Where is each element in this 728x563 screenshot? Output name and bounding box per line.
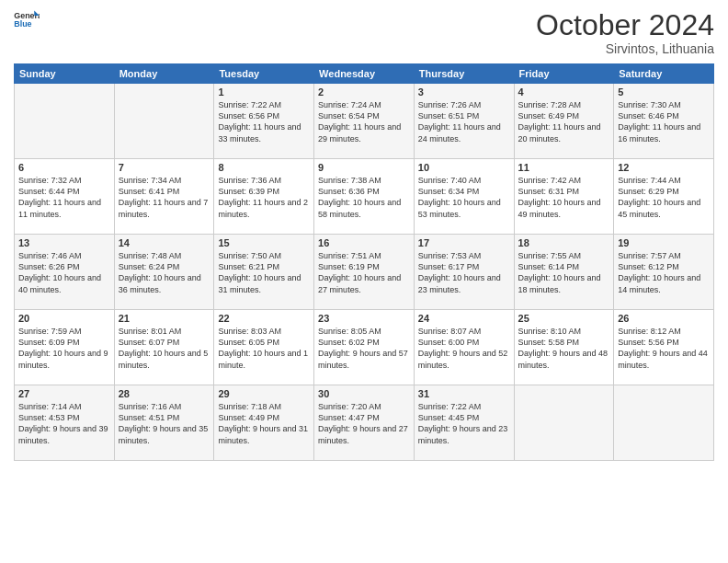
day-number: 2 [318,86,410,98]
day-number: 10 [418,162,510,173]
day-info: Sunrise: 7:44 AMSunset: 6:29 PMDaylight:… [618,175,710,220]
day-info: Sunrise: 8:07 AMSunset: 6:00 PMDaylight:… [418,326,510,371]
calendar-cell [514,385,614,461]
calendar-cell: 29Sunrise: 7:18 AMSunset: 4:49 PMDayligh… [214,385,314,461]
day-info: Sunrise: 7:22 AMSunset: 6:56 PMDaylight:… [218,99,310,144]
weekday-header-monday: Monday [114,64,214,84]
day-number: 4 [518,86,610,98]
calendar-cell: 21Sunrise: 8:01 AMSunset: 6:07 PMDayligh… [114,310,214,385]
weekday-header-tuesday: Tuesday [214,64,314,84]
calendar-cell: 8Sunrise: 7:36 AMSunset: 6:39 PMDaylight… [214,159,314,235]
day-info: Sunrise: 7:53 AMSunset: 6:17 PMDaylight:… [418,250,510,295]
calendar-cell [614,385,714,461]
day-info: Sunrise: 7:24 AMSunset: 6:54 PMDaylight:… [318,99,410,144]
calendar-week-row: 6Sunrise: 7:32 AMSunset: 6:44 PMDaylight… [15,159,714,235]
day-info: Sunrise: 7:32 AMSunset: 6:44 PMDaylight:… [18,175,110,220]
day-number: 7 [119,162,210,173]
day-number: 12 [618,162,710,173]
calendar-cell: 17Sunrise: 7:53 AMSunset: 6:17 PMDayligh… [414,235,514,310]
day-number: 16 [318,237,410,248]
calendar-cell: 31Sunrise: 7:22 AMSunset: 4:45 PMDayligh… [414,385,514,461]
day-info: Sunrise: 8:05 AMSunset: 6:02 PMDaylight:… [318,326,410,371]
day-number: 22 [218,313,310,324]
calendar-cell: 14Sunrise: 7:48 AMSunset: 6:24 PMDayligh… [114,235,214,310]
calendar-cell: 28Sunrise: 7:16 AMSunset: 4:51 PMDayligh… [114,385,214,461]
weekday-header-friday: Friday [514,64,614,84]
day-info: Sunrise: 7:20 AMSunset: 4:47 PMDaylight:… [318,401,410,446]
calendar-cell: 9Sunrise: 7:38 AMSunset: 6:36 PMDaylight… [314,159,415,235]
calendar-week-row: 1Sunrise: 7:22 AMSunset: 6:56 PMDaylight… [15,84,714,159]
calendar-table: SundayMondayTuesdayWednesdayThursdayFrid… [14,63,714,461]
logo-icon: General Blue [14,9,40,29]
day-number: 1 [218,86,310,98]
calendar-week-row: 20Sunrise: 7:59 AMSunset: 6:09 PMDayligh… [15,310,714,385]
day-info: Sunrise: 7:48 AMSunset: 6:24 PMDaylight:… [119,250,210,295]
logo: General Blue [14,9,40,29]
calendar-cell [114,84,214,159]
calendar-body: 1Sunrise: 7:22 AMSunset: 6:56 PMDaylight… [15,84,714,461]
day-number: 3 [418,86,510,98]
calendar-cell: 2Sunrise: 7:24 AMSunset: 6:54 PMDaylight… [314,84,415,159]
calendar-cell: 22Sunrise: 8:03 AMSunset: 6:05 PMDayligh… [214,310,314,385]
day-info: Sunrise: 7:18 AMSunset: 4:49 PMDaylight:… [218,401,310,446]
day-number: 23 [318,313,410,324]
day-number: 19 [618,237,710,248]
weekday-header-saturday: Saturday [614,64,714,84]
calendar-cell: 3Sunrise: 7:26 AMSunset: 6:51 PMDaylight… [414,84,514,159]
day-number: 25 [518,313,610,324]
day-info: Sunrise: 7:51 AMSunset: 6:19 PMDaylight:… [318,250,410,295]
calendar-cell: 4Sunrise: 7:28 AMSunset: 6:49 PMDaylight… [514,84,614,159]
day-info: Sunrise: 7:26 AMSunset: 6:51 PMDaylight:… [418,99,510,144]
day-info: Sunrise: 8:03 AMSunset: 6:05 PMDaylight:… [218,326,310,371]
calendar-cell: 5Sunrise: 7:30 AMSunset: 6:46 PMDaylight… [614,84,714,159]
day-number: 14 [119,237,210,248]
day-info: Sunrise: 8:10 AMSunset: 5:58 PMDaylight:… [518,326,610,371]
day-number: 20 [18,313,110,324]
location-subtitle: Sirvintos, Lithuania [536,41,714,56]
day-info: Sunrise: 8:01 AMSunset: 6:07 PMDaylight:… [119,326,210,371]
day-number: 31 [418,388,510,399]
calendar-cell: 26Sunrise: 8:12 AMSunset: 5:56 PMDayligh… [614,310,714,385]
day-number: 28 [119,388,210,399]
calendar-cell: 6Sunrise: 7:32 AMSunset: 6:44 PMDaylight… [15,159,115,235]
day-info: Sunrise: 7:38 AMSunset: 6:36 PMDaylight:… [318,175,410,220]
calendar-cell: 23Sunrise: 8:05 AMSunset: 6:02 PMDayligh… [314,310,415,385]
header: General Blue October 2024 Sirvintos, Lit… [14,9,714,56]
calendar-cell: 25Sunrise: 8:10 AMSunset: 5:58 PMDayligh… [514,310,614,385]
day-info: Sunrise: 7:16 AMSunset: 4:51 PMDaylight:… [119,401,210,446]
calendar-cell [15,84,115,159]
weekday-header-wednesday: Wednesday [314,64,415,84]
weekday-header-thursday: Thursday [414,64,514,84]
weekday-header-sunday: Sunday [15,64,115,84]
calendar-cell: 11Sunrise: 7:42 AMSunset: 6:31 PMDayligh… [514,159,614,235]
calendar-cell: 24Sunrise: 8:07 AMSunset: 6:00 PMDayligh… [414,310,514,385]
day-number: 21 [119,313,210,324]
calendar-cell: 30Sunrise: 7:20 AMSunset: 4:47 PMDayligh… [314,385,415,461]
day-info: Sunrise: 8:12 AMSunset: 5:56 PMDaylight:… [618,326,710,371]
day-number: 8 [218,162,310,173]
calendar-cell: 20Sunrise: 7:59 AMSunset: 6:09 PMDayligh… [15,310,115,385]
day-number: 26 [618,313,710,324]
day-number: 18 [518,237,610,248]
day-info: Sunrise: 7:14 AMSunset: 4:53 PMDaylight:… [18,401,110,446]
day-info: Sunrise: 7:59 AMSunset: 6:09 PMDaylight:… [18,326,110,371]
calendar-cell: 1Sunrise: 7:22 AMSunset: 6:56 PMDaylight… [214,84,314,159]
day-info: Sunrise: 7:46 AMSunset: 6:26 PMDaylight:… [18,250,110,295]
day-number: 11 [518,162,610,173]
calendar-cell: 7Sunrise: 7:34 AMSunset: 6:41 PMDaylight… [114,159,214,235]
calendar-cell: 15Sunrise: 7:50 AMSunset: 6:21 PMDayligh… [214,235,314,310]
calendar-cell: 16Sunrise: 7:51 AMSunset: 6:19 PMDayligh… [314,235,415,310]
day-number: 5 [618,86,710,98]
day-info: Sunrise: 7:40 AMSunset: 6:34 PMDaylight:… [418,175,510,220]
day-info: Sunrise: 7:22 AMSunset: 4:45 PMDaylight:… [418,401,510,446]
day-info: Sunrise: 7:42 AMSunset: 6:31 PMDaylight:… [518,175,610,220]
calendar-cell: 13Sunrise: 7:46 AMSunset: 6:26 PMDayligh… [15,235,115,310]
calendar-container: General Blue October 2024 Sirvintos, Lit… [0,0,728,563]
day-info: Sunrise: 7:55 AMSunset: 6:14 PMDaylight:… [518,250,610,295]
calendar-cell: 18Sunrise: 7:55 AMSunset: 6:14 PMDayligh… [514,235,614,310]
calendar-cell: 27Sunrise: 7:14 AMSunset: 4:53 PMDayligh… [15,385,115,461]
day-number: 27 [18,388,110,399]
calendar-cell: 12Sunrise: 7:44 AMSunset: 6:29 PMDayligh… [614,159,714,235]
calendar-cell: 19Sunrise: 7:57 AMSunset: 6:12 PMDayligh… [614,235,714,310]
month-title: October 2024 [536,9,714,41]
